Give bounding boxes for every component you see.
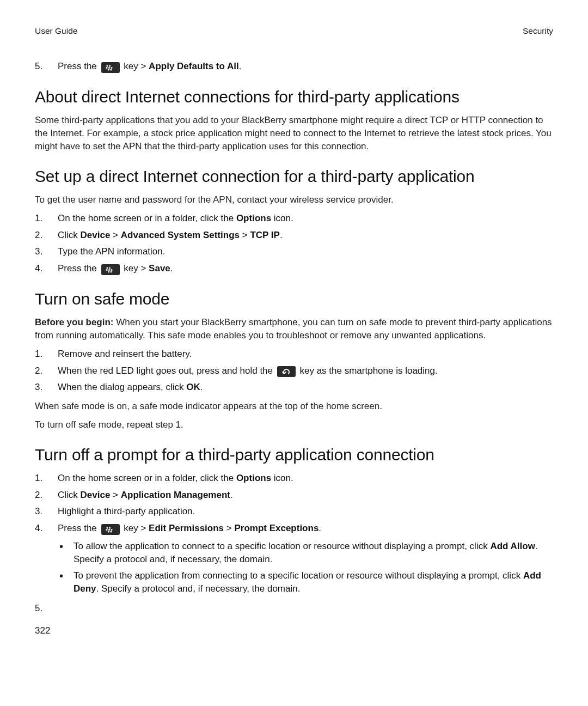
text-run: key > [121, 523, 149, 533]
svg-point-17 [108, 529, 109, 531]
section-paragraph: When safe mode is on, a safe mode indica… [35, 400, 553, 413]
step-item: 3.When the dialog appears, click OK. [35, 381, 553, 394]
continued-step-list: 5. Press the key > Apply Defaults to All… [35, 60, 553, 74]
svg-point-0 [106, 65, 108, 66]
svg-point-8 [108, 267, 110, 269]
step-content: On the home screen or in a folder, click… [58, 212, 553, 226]
sub-bullet-content: To allow the application to connect to a… [74, 540, 553, 566]
sub-bullet-item: To prevent the application from connecti… [58, 569, 553, 595]
svg-point-10 [108, 269, 109, 271]
step-content: Press the key > Apply Defaults to All. [58, 60, 553, 74]
text-run: . [200, 382, 203, 392]
sub-bullet-list: To allow the application to connect to a… [58, 540, 553, 596]
step-item: 2.Click Device > Application Management. [35, 489, 553, 502]
step-content: Press the key > Save. [58, 262, 553, 276]
text-run: key as the smartphone is loading. [297, 366, 438, 376]
section-heading: About direct Internet connections for th… [35, 88, 553, 106]
text-run: > [224, 523, 234, 533]
text-run: Remove and reinsert the battery. [58, 349, 192, 359]
step-content: Click Device > Application Management. [58, 489, 553, 502]
bold-text: Device [81, 230, 111, 240]
section-paragraph: To get the user name and password for th… [35, 193, 553, 206]
text-run: . [239, 61, 242, 71]
step-item: 3.Highlight a third-party application. [35, 505, 553, 519]
bold-text: Device [81, 490, 111, 500]
svg-point-3 [108, 67, 109, 69]
step-number: 3. [35, 505, 58, 519]
back-escape-key-icon [277, 366, 296, 377]
svg-point-16 [106, 529, 107, 531]
text-run: icon. [271, 213, 293, 223]
text-run: . [318, 523, 321, 533]
section-paragraph: Some third-party applications that you a… [35, 114, 553, 153]
step-item: 5. Press the key > Apply Defaults to All… [35, 60, 553, 74]
step-content: When the red LED light goes out, press a… [58, 364, 553, 378]
text-run: To prevent the application from connecti… [74, 570, 523, 581]
svg-point-12 [107, 271, 109, 272]
text-run: key > [121, 263, 149, 273]
svg-point-13 [110, 271, 112, 272]
step-number: 3. [35, 245, 58, 259]
bold-text: Prompt Exceptions [234, 523, 318, 533]
step-item: 1.On the home screen or in a folder, cli… [35, 472, 553, 485]
svg-point-11 [111, 269, 112, 271]
sub-bullet-item: To allow the application to connect to a… [58, 540, 553, 566]
before-you-begin-label: Before you begin: [35, 317, 114, 327]
text-run: Press the [58, 263, 100, 273]
step-item: 4.Press the key > Edit Permissions > Pro… [35, 522, 553, 599]
page-number: 322 [35, 625, 553, 636]
step-content: Remove and reinsert the battery. [58, 348, 553, 361]
text-run: . [280, 230, 283, 240]
blackberry-menu-key-icon [101, 524, 120, 535]
step-content: On the home screen or in a folder, click… [58, 472, 553, 485]
step-content: Highlight a third-party application. [58, 505, 553, 519]
svg-point-7 [106, 267, 108, 269]
page-header: User Guide Security [35, 26, 553, 36]
svg-point-2 [106, 67, 107, 69]
section-heading: Turn on safe mode [35, 290, 553, 308]
text-run: Type the APN information. [58, 246, 166, 257]
bold-text: Options [236, 473, 271, 483]
step-number: 2. [35, 489, 58, 502]
svg-point-19 [107, 531, 109, 532]
bold-text: Options [236, 213, 271, 223]
text-run: . Specify a protocol and, if necessary, … [96, 583, 301, 594]
text-run: When the red LED light goes out, press a… [58, 366, 275, 376]
step-item: 2.Click Device > Advanced System Setting… [35, 229, 553, 242]
step-number: 4. [35, 262, 58, 276]
step-number: 4. [35, 522, 58, 535]
step-content: When the dialog appears, click OK. [58, 381, 553, 394]
svg-point-5 [107, 69, 109, 70]
step-number: 5. [35, 602, 58, 616]
header-left: User Guide [35, 26, 77, 36]
step-list: 1.On the home screen or in a folder, cli… [35, 472, 553, 616]
header-right: Security [523, 26, 553, 36]
blackberry-menu-key-icon [101, 264, 120, 275]
text-run: On the home screen or in a folder, click… [58, 473, 236, 483]
step-number: 1. [35, 212, 58, 226]
svg-point-4 [111, 67, 112, 69]
text-run: . [230, 490, 233, 500]
text-run: Highlight a third-party application. [58, 506, 195, 516]
bold-text: Advanced System Settings [121, 230, 240, 240]
svg-point-20 [110, 531, 112, 532]
text-run: To allow the application to connect to a… [74, 541, 490, 551]
text-run: When the dialog appears, click [58, 382, 186, 392]
svg-point-14 [106, 527, 108, 528]
step-number: 1. [35, 472, 58, 485]
step-item: 3.Type the APN information. [35, 245, 553, 259]
svg-point-9 [106, 269, 107, 271]
section-heading: Turn off a prompt for a third-party appl… [35, 446, 553, 464]
text-run: On the home screen or in a folder, click… [58, 213, 236, 223]
section-paragraph: Before you begin: When you start your Bl… [35, 316, 553, 342]
text-run: Click [58, 230, 81, 240]
step-content: Press the key > Edit Permissions > Promp… [58, 522, 553, 599]
step-list: 1.Remove and reinsert the battery.2.When… [35, 348, 553, 394]
step-content: Click Device > Advanced System Settings … [58, 229, 553, 242]
text-run: Press the [58, 61, 100, 71]
step-item: 1.On the home screen or in a folder, cli… [35, 212, 553, 226]
text-run: Click [58, 490, 81, 500]
step-item: 1.Remove and reinsert the battery. [35, 348, 553, 361]
bold-text: Apply Defaults to All [149, 61, 239, 71]
step-number: 2. [35, 229, 58, 242]
